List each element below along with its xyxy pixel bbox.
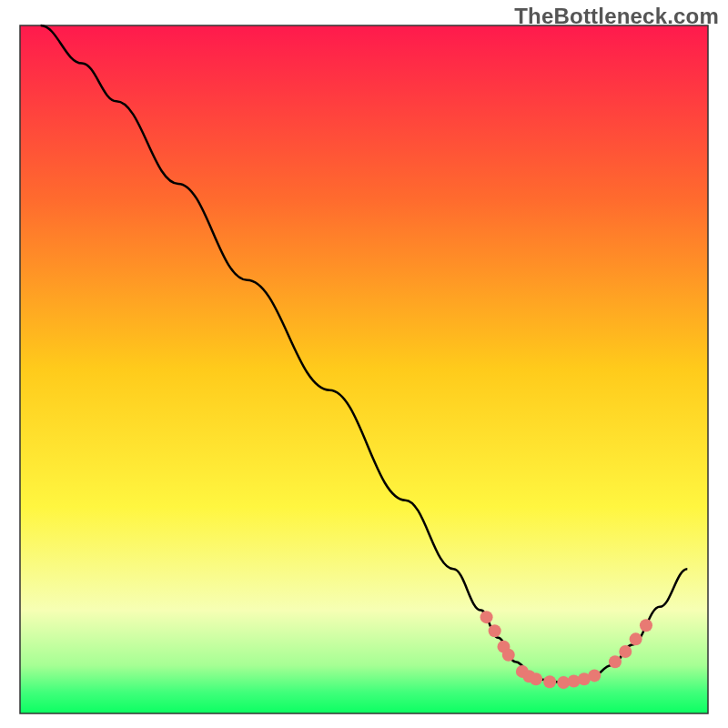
data-marker [609,655,622,668]
data-marker [588,669,601,682]
data-marker [530,672,542,685]
data-marker [630,632,642,645]
bottleneck-chart [0,0,728,728]
plot-background [20,25,708,713]
data-marker [502,649,515,662]
watermark-text: TheBottleneck.com [514,4,719,29]
data-marker [619,645,632,658]
data-marker [489,624,501,637]
chart-container: TheBottleneck.com [0,0,728,728]
data-marker [543,675,556,688]
data-marker [640,619,652,632]
data-marker [480,611,493,623]
